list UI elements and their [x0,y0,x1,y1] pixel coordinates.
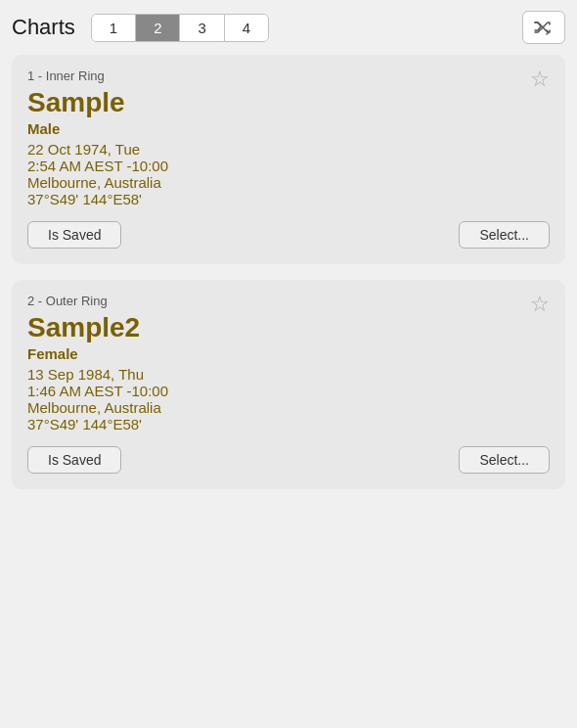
chart-location-1: Melbourne, Australia [27,174,550,191]
tab-4[interactable]: 4 [225,15,268,41]
ring-label-1: 1 - Inner Ring [27,68,550,83]
select-button-2[interactable]: Select... [459,446,550,474]
chart-card-1: 1 - Inner Ring Sample Male 22 Oct 1974, … [12,55,565,264]
tab-3[interactable]: 3 [180,15,224,41]
select-button-1[interactable]: Select... [459,221,550,249]
cards-container: 1 - Inner Ring Sample Male 22 Oct 1974, … [0,55,577,501]
ring-label-2: 2 - Outer Ring [27,294,550,308]
shuffle-icon [534,18,554,37]
chart-name-1: Sample [27,87,550,118]
tab-2[interactable]: 2 [136,15,180,41]
chart-coords-2: 37°S49' 144°E58' [27,416,550,432]
chart-time-1: 2:54 AM AEST -10:00 [27,158,550,174]
chart-location-2: Melbourne, Australia [27,399,550,416]
chart-date-1: 22 Oct 1974, Tue [27,141,550,158]
app-header: Charts 1 2 3 4 [0,0,577,55]
shuffle-button[interactable] [522,11,565,44]
app-title: Charts [12,15,75,40]
card-actions-2: Is Saved Select... [27,446,550,474]
chart-gender-1: Male [27,120,550,137]
chart-time-2: 1:46 AM AEST -10:00 [27,383,550,399]
card-actions-1: Is Saved Select... [27,221,550,249]
chart-card-2: 2 - Outer Ring Sample2 Female 13 Sep 198… [12,280,565,489]
tab-1[interactable]: 1 [92,15,136,41]
star-button-2[interactable]: ☆ [530,294,550,315]
star-button-1[interactable]: ☆ [530,68,550,90]
tab-group: 1 2 3 4 [91,14,269,42]
is-saved-button-2[interactable]: Is Saved [27,446,121,474]
chart-coords-1: 37°S49' 144°E58' [27,191,550,207]
chart-date-2: 13 Sep 1984, Thu [27,366,550,383]
chart-gender-2: Female [27,345,550,362]
is-saved-button-1[interactable]: Is Saved [27,221,121,249]
chart-name-2: Sample2 [27,312,550,343]
